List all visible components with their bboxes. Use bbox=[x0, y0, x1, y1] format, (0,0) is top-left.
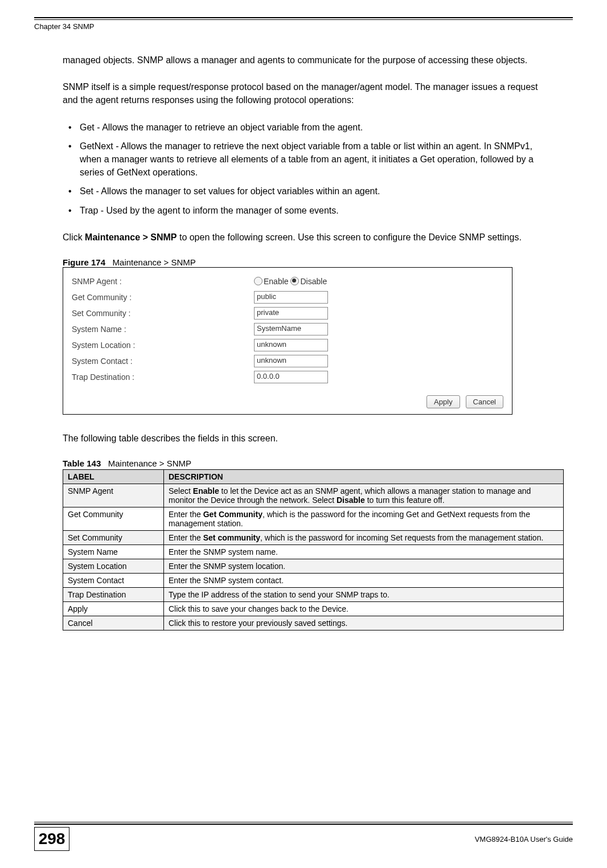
th-label: LABEL bbox=[63, 470, 164, 484]
table-row: Apply Click this to save your changes ba… bbox=[63, 602, 564, 616]
snmp-figure: SNMP Agent : Enable Disable Get Communit… bbox=[63, 267, 512, 415]
get-community-label: Get Community : bbox=[72, 293, 254, 302]
snmp-agent-label: SNMP Agent : bbox=[72, 277, 254, 286]
system-contact-label: System Contact : bbox=[72, 357, 254, 366]
figure-number: Figure 174 bbox=[63, 257, 105, 267]
radio-enable[interactable] bbox=[254, 277, 263, 285]
snmp-table: LABEL DESCRIPTION SNMP Agent Select Enab… bbox=[63, 469, 564, 630]
para-1: managed objects. SNMP allows a manager a… bbox=[63, 54, 544, 67]
chapter-label: Chapter 34 SNMP bbox=[34, 22, 573, 31]
cell-desc: Enter the SNMP system location. bbox=[164, 559, 564, 574]
table-row: Set Community Enter the Set community, w… bbox=[63, 531, 564, 545]
t: Select bbox=[169, 486, 193, 496]
para-3: Click Maintenance > SNMP to open the fol… bbox=[63, 231, 544, 244]
bullet-set: Set - Allows the manager to set values f… bbox=[74, 185, 544, 198]
cell-label: System Name bbox=[63, 545, 164, 559]
bullet-trap: Trap - Used by the agent to inform the m… bbox=[74, 204, 544, 217]
radio-disable[interactable] bbox=[290, 277, 299, 285]
footer-rule-thick bbox=[34, 824, 573, 825]
cell-label: System Contact bbox=[63, 574, 164, 588]
get-community-input[interactable]: public bbox=[254, 291, 328, 304]
table-caption: Table 143 Maintenance > SNMP bbox=[63, 458, 544, 468]
t: to turn this feature off. bbox=[365, 496, 445, 505]
cell-desc: Select Enable to let the Device act as a… bbox=[164, 484, 564, 507]
figure-title: Maintenance > SNMP bbox=[113, 257, 196, 267]
system-name-label: System Name : bbox=[72, 325, 254, 334]
cell-desc: Click this to save your changes back to … bbox=[164, 602, 564, 616]
para-3-post: to open the following screen. Use this s… bbox=[177, 232, 521, 242]
bullet-getnext: GetNext - Allows the manager to retrieve… bbox=[74, 140, 544, 179]
system-location-input[interactable]: unknown bbox=[254, 339, 328, 351]
para-2: SNMP itself is a simple request/response… bbox=[63, 80, 544, 107]
system-contact-input[interactable]: unknown bbox=[254, 355, 328, 367]
th-description: DESCRIPTION bbox=[164, 470, 564, 484]
system-name-input[interactable]: SystemName bbox=[254, 323, 328, 335]
table-row: Cancel Click this to restore your previo… bbox=[63, 616, 564, 630]
radio-enable-text: Enable bbox=[264, 277, 289, 286]
cell-desc: Enter the SNMP system contact. bbox=[164, 574, 564, 588]
table-row: SNMP Agent Select Enable to let the Devi… bbox=[63, 484, 564, 507]
cell-desc: Enter the SNMP system name. bbox=[164, 545, 564, 559]
footer: 298 VMG8924-B10A User's Guide bbox=[34, 822, 573, 851]
protocol-bullets: Get - Allows the manager to retrieve an … bbox=[63, 121, 544, 217]
set-community-input[interactable]: private bbox=[254, 307, 328, 320]
cell-label: Trap Destination bbox=[63, 588, 164, 602]
table-title: Maintenance > SNMP bbox=[108, 458, 191, 468]
t: Set community bbox=[203, 533, 260, 542]
table-row: Get Community Enter the Get Community, w… bbox=[63, 507, 564, 531]
trap-destination-input[interactable]: 0.0.0.0 bbox=[254, 371, 328, 383]
cell-label: Cancel bbox=[63, 616, 164, 630]
apply-button[interactable]: Apply bbox=[426, 395, 460, 408]
table-row: System Location Enter the SNMP system lo… bbox=[63, 559, 564, 574]
table-header-row: LABEL DESCRIPTION bbox=[63, 470, 564, 484]
t: , which is the password for incoming Set… bbox=[260, 533, 543, 542]
page-number: 298 bbox=[34, 827, 69, 851]
header-rule-thick bbox=[34, 17, 573, 18]
cell-label: Apply bbox=[63, 602, 164, 616]
t: Enter the bbox=[169, 510, 203, 519]
table-row: Trap Destination Type the IP address of … bbox=[63, 588, 564, 602]
footer-rule-thin bbox=[34, 822, 573, 822]
set-community-label: Set Community : bbox=[72, 309, 254, 318]
cancel-button[interactable]: Cancel bbox=[466, 395, 503, 408]
guide-name: VMG8924-B10A User's Guide bbox=[475, 835, 573, 844]
cell-label: Set Community bbox=[63, 531, 164, 545]
cell-label: Get Community bbox=[63, 507, 164, 531]
system-location-label: System Location : bbox=[72, 341, 254, 350]
para-3-pre: Click bbox=[63, 232, 85, 242]
cell-label: SNMP Agent bbox=[63, 484, 164, 507]
t: Enter the bbox=[169, 533, 203, 542]
table-row: System Name Enter the SNMP system name. bbox=[63, 545, 564, 559]
cell-desc: Click this to restore your previously sa… bbox=[164, 616, 564, 630]
t: Disable bbox=[337, 496, 365, 505]
t: Get Community bbox=[203, 510, 263, 519]
cell-label: System Location bbox=[63, 559, 164, 574]
table-number: Table 143 bbox=[63, 458, 101, 468]
para-3-bold: Maintenance > SNMP bbox=[85, 232, 177, 242]
radio-disable-text: Disable bbox=[300, 277, 327, 286]
header-rule-thin bbox=[34, 19, 573, 20]
cell-desc: Enter the Get Community, which is the pa… bbox=[164, 507, 564, 531]
cell-desc: Enter the Set community, which is the pa… bbox=[164, 531, 564, 545]
trap-destination-label: Trap Destination : bbox=[72, 372, 254, 382]
table-row: System Contact Enter the SNMP system con… bbox=[63, 574, 564, 588]
cell-desc: Type the IP address of the station to se… bbox=[164, 588, 564, 602]
figure-caption: Figure 174 Maintenance > SNMP bbox=[63, 257, 544, 267]
para-4: The following table describes the fields… bbox=[63, 432, 544, 445]
bullet-get: Get - Allows the manager to retrieve an … bbox=[74, 121, 544, 134]
t: Enable bbox=[193, 486, 219, 496]
